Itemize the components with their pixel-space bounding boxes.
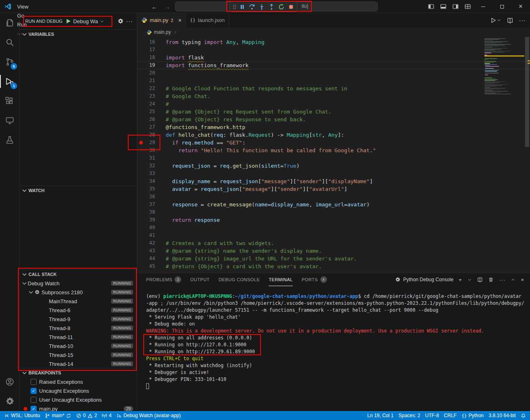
toggle-primary-sidebar-icon[interactable] (425, 0, 437, 13)
line-number[interactable]: 34 (145, 177, 155, 185)
activity-settings[interactable] (0, 392, 19, 411)
activity-accounts[interactable] (0, 372, 19, 392)
menu-run[interactable]: Run (14, 20, 42, 29)
tab-launch-json[interactable]: {}launch.json (186, 13, 229, 27)
minimap[interactable] (484, 38, 524, 98)
panel-tab-debug-console[interactable]: DEBUG CONSOLE (219, 273, 260, 286)
editor-scrollbar[interactable] (525, 37, 529, 147)
status-problems[interactable]: 02 (74, 411, 99, 420)
line-number[interactable]: 30 (145, 147, 155, 154)
breakpoint-user-uncaught-exceptions[interactable]: ✓User Uncaught Exceptions (20, 395, 137, 404)
callstack-thread-14[interactable]: Thread-14RUNNING (20, 359, 137, 368)
toggle-panel-icon[interactable] (437, 0, 449, 13)
breakpoint-checkbox[interactable]: ✓ (31, 388, 37, 394)
breakpoint-uncaught-exceptions[interactable]: ✓Uncaught Exceptions (20, 386, 137, 395)
code-editor[interactable]: 16from typing import Any, Mapping1718imp… (137, 37, 530, 273)
call-stack-section-header[interactable]: CALL STACK (20, 270, 137, 279)
line-number[interactable]: 31 (145, 154, 155, 162)
split-terminal-button[interactable] (477, 277, 483, 282)
breakpoints-section-header[interactable]: BREAKPOINTS (20, 368, 137, 377)
breakpoint-checkbox[interactable]: ✓ (31, 397, 37, 403)
toggle-secondary-sidebar-icon[interactable] (449, 0, 462, 13)
callstack-thread-6[interactable]: Thread-6RUNNING (20, 306, 137, 315)
restart-button[interactable] (276, 2, 286, 11)
callstack-mainthread[interactable]: MainThreadRUNNING (20, 297, 137, 306)
line-number[interactable]: 32 (145, 162, 155, 170)
line-number[interactable]: 40 (145, 224, 155, 232)
panel-more-actions-icon[interactable]: ··· (499, 277, 506, 283)
panel-tab-terminal[interactable]: TERMINAL (269, 273, 293, 286)
panel-tab-problems[interactable]: PROBLEMS2 (146, 273, 181, 286)
status-cursor-position[interactable]: Ln 19, Col 1 (365, 411, 396, 420)
breadcrumb-file[interactable]: main.py (154, 29, 171, 35)
terminal-picker[interactable]: Python Debug Console (395, 277, 453, 282)
line-number[interactable]: 21 (145, 77, 155, 85)
callstack-thread-11[interactable]: Thread-11RUNNING (20, 332, 137, 341)
status-interpreter[interactable]: 3.8.10 64-bit (486, 411, 518, 420)
status-remote[interactable]: WSL: Ubuntu (2, 411, 42, 420)
views-more-actions-icon[interactable]: ··· (126, 18, 133, 24)
line-number[interactable]: 36 (145, 193, 155, 201)
breakpoint-checkbox[interactable]: ✓ (31, 406, 37, 411)
line-number[interactable]: 42 (145, 239, 155, 247)
menu-overflow-icon[interactable]: ··· (14, 29, 42, 38)
menu-go[interactable]: Go (14, 11, 42, 20)
line-number[interactable]: 38 (145, 208, 155, 216)
watch-section-header[interactable]: WATCH (20, 186, 137, 195)
status-language[interactable]: {}Python (459, 411, 486, 420)
breadcrumb[interactable]: main.py (137, 27, 530, 37)
activity-testing[interactable] (0, 130, 19, 150)
line-number[interactable]: 43 (145, 247, 155, 255)
status-encoding[interactable]: UTF-8 (423, 411, 441, 420)
split-editor-button[interactable] (507, 17, 513, 24)
breakpoint-checkbox[interactable]: ✓ (31, 379, 37, 385)
status-eol[interactable]: CRLF (441, 411, 459, 420)
line-number[interactable]: 45 (145, 262, 155, 270)
line-number[interactable]: 26 (145, 116, 155, 123)
editor-more-actions-icon[interactable]: ··· (519, 17, 526, 24)
stop-button[interactable] (286, 2, 296, 11)
callstack-thread-15[interactable]: Thread-15RUNNING (20, 350, 137, 359)
line-number[interactable]: 28 (145, 131, 155, 139)
status-debug-session[interactable]: Debug Watch (avatar-app) (114, 411, 183, 420)
tab-main-py[interactable]: main.py2× (137, 13, 186, 27)
breakpoint-main-py[interactable]: ✓main.py29 (20, 404, 137, 411)
close-tab-icon[interactable]: × (178, 17, 182, 24)
line-number[interactable]: 27 (145, 123, 155, 131)
run-python-file-button[interactable] (490, 17, 501, 24)
line-number[interactable]: 20 (145, 69, 155, 77)
status-notifications[interactable] (518, 411, 528, 420)
line-number[interactable]: 44 (145, 255, 155, 262)
activity-source-control[interactable]: 5 (0, 52, 19, 72)
status-ports[interactable]: 4 (99, 411, 114, 420)
callstack-thread-8[interactable]: Thread-8RUNNING (20, 324, 137, 332)
line-number[interactable]: 18 (145, 54, 155, 61)
line-number[interactable]: 33 (145, 170, 155, 177)
menu-view[interactable]: View (14, 2, 42, 11)
open-launch-json-gear-icon[interactable] (117, 18, 124, 24)
maximize-button[interactable] (493, 0, 511, 13)
line-number[interactable]: 39 (145, 216, 155, 224)
new-terminal-button[interactable]: + (459, 277, 462, 283)
maximize-panel-icon[interactable] (511, 278, 515, 282)
callstack-thread-9[interactable]: Thread-9RUNNING (20, 315, 137, 324)
line-number[interactable]: 23 (145, 92, 155, 100)
toolbar-drag-handle[interactable] (231, 2, 237, 11)
navigate-back-icon[interactable]: ← (151, 3, 158, 10)
line-number[interactable]: 24 (145, 100, 155, 108)
close-panel-icon[interactable]: × (521, 277, 524, 283)
step-over-button[interactable] (247, 2, 257, 11)
status-indentation[interactable]: Spaces: 2 (396, 411, 423, 420)
breakpoint-raised-exceptions[interactable]: ✓Raised Exceptions (20, 377, 137, 386)
callstack-debug-watch[interactable]: Debug WatchRUNNING (20, 279, 137, 288)
panel-tab-output[interactable]: OUTPUT (190, 273, 210, 286)
step-out-button[interactable] (267, 2, 276, 11)
activity-extensions[interactable] (0, 91, 19, 111)
line-number[interactable]: 17 (145, 46, 155, 54)
terminal-dropdown-chevron-icon[interactable] (467, 278, 472, 282)
line-number[interactable]: 35 (145, 185, 155, 193)
callstack-thread-10[interactable]: Thread-10RUNNING (20, 341, 137, 350)
status-branch[interactable]: main* (42, 411, 74, 420)
minimize-button[interactable] (474, 0, 493, 13)
panel-tab-ports[interactable]: PORTS4 (302, 273, 327, 286)
